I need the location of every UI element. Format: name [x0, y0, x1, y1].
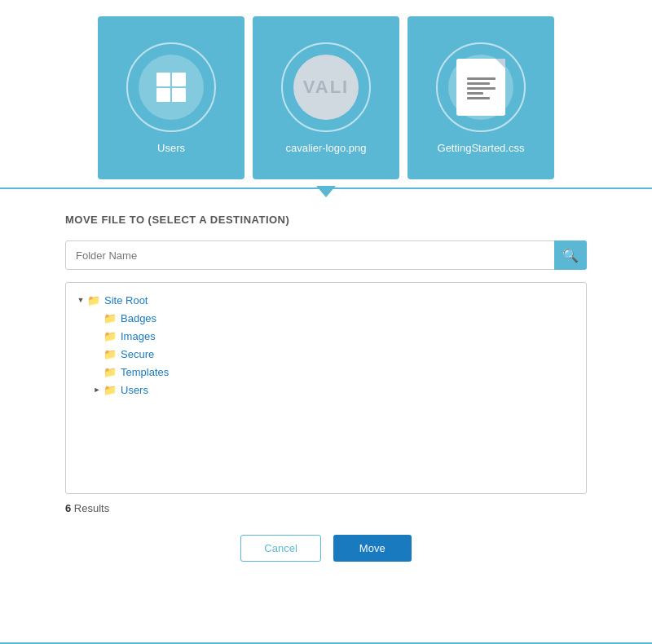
tree-label-images: Images	[121, 330, 156, 342]
tree-item-images[interactable]: 📁 Images	[74, 327, 578, 345]
vali-text: VALI	[303, 77, 349, 98]
tree-item-site-root[interactable]: ▼ 📁 Site Root	[74, 291, 578, 309]
results-count-number: 6	[65, 502, 71, 514]
tree-toggle-users[interactable]: ►	[90, 383, 104, 396]
search-icon: 🔍	[562, 248, 579, 263]
cavalier-logo-tile-icon-ring: VALI	[281, 42, 371, 132]
dialog-title: MOVE FILE TO (SELECT A DESTINATION)	[65, 214, 587, 226]
folder-icon-templates: 📁	[104, 366, 117, 378]
tree-item-secure[interactable]: 📁 Secure	[74, 345, 578, 363]
folder-search-button[interactable]: 🔍	[554, 240, 587, 270]
tree-item-users[interactable]: ► 📁 Users	[74, 381, 578, 399]
tree-toggle-badges	[90, 311, 104, 324]
getting-started-tile-icon-inner	[448, 55, 513, 120]
divider-arrow-icon	[316, 186, 336, 197]
divider-section	[0, 187, 652, 189]
results-label: Results	[74, 502, 109, 514]
cancel-button[interactable]: Cancel	[240, 535, 320, 562]
folder-icon-site-root: 📁	[87, 294, 100, 307]
tree-label-secure: Secure	[121, 348, 154, 360]
users-tile[interactable]: Users	[98, 16, 244, 179]
folder-icon-users: 📁	[104, 384, 117, 396]
users-tile-icon-inner	[139, 55, 204, 120]
tree-item-badges[interactable]: 📁 Badges	[74, 309, 578, 327]
tree-label-users: Users	[121, 384, 148, 396]
users-tile-label: Users	[157, 142, 185, 154]
getting-started-tile[interactable]: GettingStarted.css	[408, 16, 554, 179]
css-file-icon	[456, 59, 505, 116]
users-tile-icon-ring	[126, 42, 216, 132]
windows-folder-icon	[156, 73, 186, 102]
tree-toggle-images	[90, 329, 104, 342]
tree-toggle-secure	[90, 347, 104, 360]
move-file-dialog: MOVE FILE TO (SELECT A DESTINATION) 🔍 ▼ …	[0, 189, 652, 578]
dialog-button-row: Cancel Move	[65, 535, 587, 562]
folder-icon-badges: 📁	[104, 312, 117, 324]
folder-search-wrapper: 🔍	[65, 240, 587, 270]
cavalier-logo-tile-label: cavalier-logo.png	[285, 142, 366, 154]
tree-item-templates[interactable]: 📁 Templates	[74, 363, 578, 381]
move-button[interactable]: Move	[333, 535, 412, 562]
tree-toggle-templates	[90, 365, 104, 378]
tree-toggle-site-root[interactable]: ▼	[74, 293, 87, 307]
tree-label-site-root: Site Root	[104, 294, 148, 307]
getting-started-tile-label: GettingStarted.css	[438, 142, 525, 154]
getting-started-tile-icon-ring	[436, 42, 526, 132]
vali-logo-icon: VALI	[293, 55, 359, 120]
tree-label-badges: Badges	[121, 312, 156, 324]
folder-search-input[interactable]	[65, 240, 587, 270]
folder-icon-secure: 📁	[104, 348, 117, 360]
cavalier-logo-tile[interactable]: VALI cavalier-logo.png	[253, 16, 399, 179]
file-tiles-container: Users VALI cavalier-logo.png	[0, 0, 652, 179]
tree-label-templates: Templates	[121, 366, 169, 378]
folder-icon-images: 📁	[104, 330, 117, 342]
results-count-label: 6 Results	[65, 502, 587, 514]
folder-tree-panel[interactable]: ▼ 📁 Site Root 📁 Badges 📁 Images 📁 Secure	[65, 282, 587, 494]
